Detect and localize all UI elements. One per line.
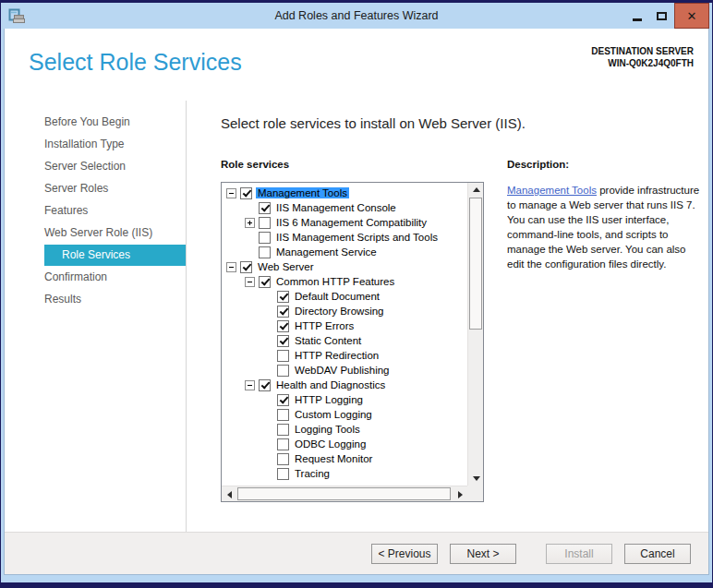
description-body: provide infrastructure to manage a Web s… bbox=[507, 185, 699, 270]
horizontal-scroll-thumb[interactable] bbox=[237, 487, 451, 500]
role-services-tree: Management ToolsIIS Management ConsoleII… bbox=[221, 182, 484, 502]
tree-item-label: ODBC Logging bbox=[293, 438, 368, 450]
management-tools-link[interactable]: Management Tools bbox=[507, 185, 597, 196]
checkbox-odbc-logging[interactable] bbox=[277, 438, 289, 450]
expander-spacer bbox=[245, 203, 255, 213]
tree-item-label: Custom Logging bbox=[293, 409, 374, 420]
tree-item-default-document[interactable]: Default Document bbox=[222, 289, 467, 304]
checkbox-tracing[interactable] bbox=[277, 468, 289, 480]
tree-item-management-service[interactable]: Management Service bbox=[222, 245, 467, 259]
checkbox-default-document[interactable] bbox=[277, 291, 289, 303]
checkbox-common-http-features[interactable] bbox=[259, 276, 271, 288]
tree-item-health-and-diagnostics[interactable]: Health and Diagnostics bbox=[222, 378, 467, 392]
checkbox-management-service[interactable] bbox=[259, 246, 271, 258]
tree-item-custom-logging[interactable]: Custom Logging bbox=[222, 407, 467, 422]
tree-item-label: Common HTTP Features bbox=[274, 276, 396, 287]
tree-item-http-logging[interactable]: HTTP Logging bbox=[222, 392, 467, 407]
sidebar-item-confirmation[interactable]: Confirmation bbox=[44, 267, 186, 288]
checkbox-webdav-publishing[interactable] bbox=[277, 365, 289, 377]
collapse-icon[interactable] bbox=[226, 262, 236, 272]
sidebar-item-installation-type[interactable]: Installation Type bbox=[44, 134, 186, 155]
tree-item-label: Logging Tools bbox=[293, 424, 362, 435]
tree-item-label: IIS Management Scripts and Tools bbox=[274, 232, 440, 243]
tree-item-directory-browsing[interactable]: Directory Browsing bbox=[222, 304, 467, 318]
checkbox-custom-logging[interactable] bbox=[277, 409, 289, 421]
checkbox-management-tools[interactable] bbox=[240, 187, 252, 199]
checkbox-http-redirection[interactable] bbox=[277, 350, 289, 362]
tree-item-webdav-publishing[interactable]: WebDAV Publishing bbox=[222, 363, 467, 378]
tree-item-http-errors[interactable]: HTTP Errors bbox=[222, 318, 467, 333]
scrollbar-corner bbox=[467, 486, 483, 501]
collapse-icon[interactable] bbox=[245, 277, 255, 287]
previous-button[interactable]: < Previous bbox=[371, 544, 438, 564]
checkbox-directory-browsing[interactable] bbox=[277, 306, 289, 318]
checkbox-http-errors[interactable] bbox=[277, 320, 289, 332]
vertical-scroll-thumb[interactable] bbox=[469, 198, 482, 330]
sidebar-item-web-server-role-iis[interactable]: Web Server Role (IIS) bbox=[44, 222, 186, 244]
page-header: Select Role Services DESTINATION SERVER … bbox=[5, 29, 708, 101]
tree-item-http-redirection[interactable]: HTTP Redirection bbox=[222, 348, 467, 363]
role-services-label: Role services bbox=[221, 159, 484, 170]
cancel-button[interactable]: Cancel bbox=[624, 544, 691, 564]
sidebar-item-role-services[interactable]: Role Services bbox=[44, 245, 186, 266]
tree-item-tracing[interactable]: Tracing bbox=[222, 466, 467, 481]
close-button[interactable]: ✕ bbox=[674, 3, 709, 29]
collapse-icon[interactable] bbox=[226, 188, 236, 198]
expander-spacer bbox=[263, 321, 273, 331]
tree-item-static-content[interactable]: Static Content bbox=[222, 333, 467, 348]
checkbox-web-server[interactable] bbox=[240, 261, 252, 273]
expander-spacer bbox=[263, 410, 273, 420]
expander-spacer bbox=[263, 425, 273, 435]
sidebar-item-server-roles[interactable]: Server Roles bbox=[44, 178, 186, 199]
scroll-up-icon[interactable] bbox=[468, 183, 484, 197]
scroll-left-icon[interactable] bbox=[222, 486, 236, 502]
instruction-text: Select role services to install on Web S… bbox=[221, 115, 708, 131]
sidebar-item-server-selection[interactable]: Server Selection bbox=[44, 156, 186, 177]
expander-spacer bbox=[263, 395, 273, 405]
tree-item-label: Web Server bbox=[256, 261, 316, 272]
scroll-right-icon[interactable] bbox=[453, 486, 467, 502]
expand-icon[interactable] bbox=[245, 218, 255, 228]
tree-item-iis-management-console[interactable]: IIS Management Console bbox=[222, 200, 467, 215]
scroll-down-icon[interactable] bbox=[468, 472, 484, 486]
tree-item-label: HTTP Logging bbox=[293, 394, 365, 405]
checkbox-iis-management-scripts-and-tools[interactable] bbox=[259, 232, 271, 244]
checkbox-static-content[interactable] bbox=[277, 335, 289, 347]
tree-item-iis-management-scripts-and-tools[interactable]: IIS Management Scripts and Tools bbox=[222, 230, 467, 245]
tree-item-logging-tools[interactable]: Logging Tools bbox=[222, 422, 467, 437]
wizard-window: Add Roles and Features Wizard ✕ Select R… bbox=[0, 0, 713, 588]
expander-spacer bbox=[263, 469, 273, 479]
tree-item-request-monitor[interactable]: Request Monitor bbox=[222, 451, 467, 466]
minimize-button[interactable] bbox=[624, 3, 649, 29]
checkbox-logging-tools[interactable] bbox=[277, 424, 289, 436]
expander-spacer bbox=[263, 351, 273, 361]
checkbox-iis-management-console[interactable] bbox=[259, 202, 271, 214]
tree-item-common-http-features[interactable]: Common HTTP Features bbox=[222, 274, 467, 289]
tree-item-label: WebDAV Publishing bbox=[293, 365, 392, 376]
tree-item-odbc-logging[interactable]: ODBC Logging bbox=[222, 437, 467, 451]
checkbox-health-and-diagnostics[interactable] bbox=[259, 379, 271, 391]
checkbox-request-monitor[interactable] bbox=[277, 453, 289, 465]
sidebar-item-features[interactable]: Features bbox=[44, 200, 186, 222]
sidebar-item-before-you-begin[interactable]: Before You Begin bbox=[44, 112, 186, 133]
title-bar: Add Roles and Features Wizard ✕ bbox=[1, 3, 712, 29]
maximize-button[interactable] bbox=[649, 3, 674, 29]
tree-item-iis-6-management-compatibility[interactable]: IIS 6 Management Compatibility bbox=[222, 215, 467, 230]
tree-item-label: Tracing bbox=[293, 468, 332, 479]
collapse-icon[interactable] bbox=[245, 380, 255, 390]
vertical-scrollbar[interactable] bbox=[467, 183, 483, 486]
tree-item-label: IIS Management Console bbox=[274, 202, 398, 213]
sidebar-item-results[interactable]: Results bbox=[44, 289, 186, 310]
next-button[interactable]: Next > bbox=[450, 544, 516, 564]
description-text: Management Tools provide infrastructure … bbox=[507, 183, 700, 271]
expander-spacer bbox=[263, 366, 273, 376]
expander-spacer bbox=[245, 247, 255, 258]
tree-item-management-tools[interactable]: Management Tools bbox=[222, 186, 467, 200]
horizontal-scrollbar[interactable] bbox=[222, 486, 467, 501]
tree-item-label: Default Document bbox=[293, 291, 381, 302]
tree-item-web-server[interactable]: Web Server bbox=[222, 259, 467, 274]
checkbox-http-logging[interactable] bbox=[277, 394, 289, 406]
install-button[interactable]: Install bbox=[546, 544, 612, 564]
checkbox-iis-6-management-compatibility[interactable] bbox=[259, 217, 271, 229]
expander-spacer bbox=[263, 306, 273, 317]
